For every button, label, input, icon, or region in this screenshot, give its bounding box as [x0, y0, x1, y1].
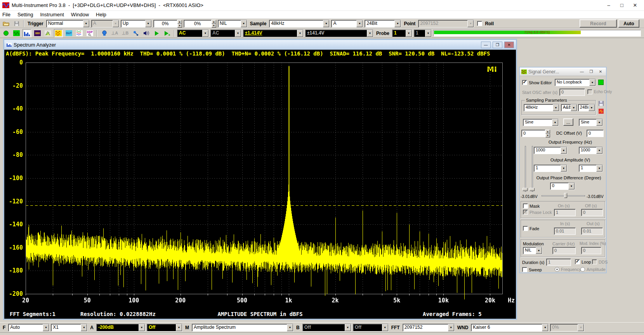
menu-setting[interactable]: Setting — [17, 12, 33, 17]
chevron-down-icon[interactable]: ▼ — [448, 324, 454, 331]
signal-generator-titlebar[interactable]: Signal Gener... — ❐ ✕ — [520, 68, 606, 76]
balance-slider[interactable] — [542, 193, 585, 199]
mask-checkbox[interactable]: Mask — [523, 203, 540, 208]
spin-up-icon[interactable]: ▲ — [212, 20, 216, 24]
gen-rate-combo[interactable]: 48kHz▼ — [524, 104, 559, 111]
spectrum-minimize-button[interactable]: — — [481, 42, 491, 48]
save-panel-setting-icon[interactable] — [12, 19, 21, 28]
chevron-down-icon[interactable]: ▼ — [43, 324, 49, 331]
display-mode-combo[interactable]: Amplitude Spectrum▼ — [192, 324, 293, 332]
chevron-down-icon[interactable]: ▼ — [552, 119, 558, 126]
chevron-down-icon[interactable]: ▼ — [589, 79, 595, 86]
zoom-factor-combo[interactable]: X1▼ — [51, 324, 87, 332]
chevron-down-icon[interactable]: ▼ — [202, 30, 208, 37]
derived-data-curve-icon[interactable] — [75, 29, 84, 37]
menu-file[interactable]: File — [2, 12, 10, 17]
chevron-down-icon[interactable]: ▼ — [297, 30, 303, 37]
modulation-type-combo[interactable]: NIL▼ — [523, 247, 542, 254]
oscilloscope-icon[interactable] — [12, 29, 21, 37]
gen-bits-combo[interactable]: 24Bit▼ — [578, 104, 595, 111]
spin-down-icon[interactable]: ▼ — [177, 24, 182, 28]
frequency-a-combo[interactable]: 1000▼ — [534, 147, 567, 154]
sampling-rate-combo[interactable]: 48kHz▼ — [269, 20, 330, 28]
coupling-a-combo[interactable]: AC▼ — [177, 30, 209, 37]
amplitude-a-combo[interactable]: 1▼ — [534, 165, 567, 172]
input-device-icon[interactable] — [100, 29, 109, 37]
chevron-down-icon[interactable]: ▼ — [81, 324, 87, 331]
waveform-a-combo[interactable]: Sine▼ — [523, 119, 559, 126]
chevron-down-icon[interactable]: ▼ — [561, 147, 567, 154]
roll-checkbox[interactable]: Roll — [477, 21, 495, 26]
trigger-hpf-combo[interactable]: NIL▼ — [218, 20, 247, 28]
spectrum-plot[interactable] — [4, 58, 516, 310]
spectrum-analyzer-icon[interactable] — [23, 29, 31, 37]
spectrum-restore-button[interactable]: ❐ — [493, 42, 502, 48]
auto-button[interactable]: Auto — [618, 19, 639, 28]
chevron-down-icon[interactable]: ▼ — [139, 324, 145, 331]
frequency-range-combo[interactable]: Auto▼ — [8, 324, 49, 332]
close-button[interactable]: ✕ — [628, 1, 642, 10]
slider-thumb[interactable] — [522, 188, 528, 191]
siggen-minimize-button[interactable]: — — [578, 69, 586, 75]
spectrum-close-button[interactable]: ✕ — [504, 42, 514, 48]
ddp-viewer-icon[interactable]: DDP — [85, 29, 94, 37]
chevron-down-icon[interactable]: ▼ — [596, 147, 602, 154]
chevron-down-icon[interactable]: ▼ — [323, 20, 329, 27]
roll-checkbox-box[interactable] — [477, 21, 482, 26]
chevron-down-icon[interactable]: ▼ — [176, 324, 182, 331]
output-enable-button[interactable] — [598, 80, 604, 85]
amplitude-slider-a[interactable] — [522, 146, 528, 192]
trigger-level-input[interactable]: 0% — [153, 20, 177, 28]
speaker-icon[interactable] — [142, 29, 151, 37]
gen-channels-combo[interactable]: A&B▼ — [561, 104, 577, 111]
maximize-button[interactable]: □ — [615, 1, 628, 10]
probe-calibration-icon[interactable] — [131, 29, 140, 37]
spin-down-icon[interactable]: ▼ — [212, 24, 216, 28]
chevron-down-icon[interactable]: ▼ — [83, 20, 89, 27]
chevron-down-icon[interactable]: ▼ — [542, 324, 548, 331]
a-range-combo[interactable]: -200dB▼ — [96, 324, 145, 332]
chevron-down-icon[interactable]: ▼ — [588, 104, 595, 111]
menu-instrument[interactable]: Instrument — [40, 12, 64, 17]
dc-offset-a-input[interactable]: 0 — [521, 130, 545, 137]
window-function-combo[interactable]: Kaiser 6▼ — [471, 324, 549, 332]
dc-offset-b-input[interactable]: 0 — [587, 130, 604, 137]
chevron-down-icon[interactable]: ▼ — [571, 104, 577, 111]
chevron-down-icon[interactable]: ▼ — [596, 165, 602, 172]
chevron-down-icon[interactable]: ▼ — [241, 20, 247, 27]
chevron-down-icon[interactable]: ▼ — [394, 20, 401, 27]
chevron-down-icon[interactable]: ▼ — [596, 119, 602, 126]
slider-thumb[interactable] — [529, 188, 535, 191]
sweep-checkbox[interactable]: Sweep — [522, 267, 542, 272]
amplitude-b-combo[interactable]: 1▼ — [579, 165, 603, 172]
save-signal-icon[interactable] — [597, 100, 604, 106]
show-editor-checkbox[interactable]: Show Editor — [522, 80, 552, 85]
dds-hardware-icon[interactable] — [597, 108, 604, 114]
chevron-down-icon[interactable]: ▼ — [145, 20, 151, 27]
chevron-down-icon[interactable]: ▼ — [553, 104, 559, 111]
menu-window[interactable]: Window — [71, 12, 89, 17]
chevron-down-icon[interactable]: ▼ — [356, 20, 363, 27]
trigger-mode-combo[interactable]: Normal▼ — [46, 20, 90, 28]
bit-depth-combo[interactable]: 24Bit▼ — [365, 20, 401, 28]
chevron-down-icon[interactable]: ▼ — [561, 165, 567, 172]
loop-checkbox[interactable]: Loop — [575, 259, 591, 264]
open-panel-setting-icon[interactable] — [2, 19, 10, 28]
fade-checkbox[interactable]: Fade — [523, 226, 539, 231]
run-loop-icon[interactable] — [163, 29, 172, 37]
sampling-channel-combo[interactable]: A▼ — [331, 20, 363, 28]
signal-generator-icon[interactable] — [54, 29, 63, 37]
multimeter-icon[interactable]: 888 — [33, 29, 42, 37]
amplitude-slider-b[interactable] — [529, 146, 535, 192]
spectrum-canvas[interactable] — [4, 58, 516, 310]
frequency-b-combo[interactable]: 1000▼ — [579, 147, 603, 154]
a-reference-combo[interactable]: Off▼ — [147, 324, 182, 332]
chevron-down-icon[interactable]: ▼ — [568, 183, 575, 189]
spin-up-icon[interactable]: ▲ — [177, 20, 182, 24]
probe-a-combo[interactable]: 1▼ — [392, 30, 412, 37]
fft-size-combo[interactable]: 2097152▼ — [403, 324, 455, 332]
chevron-down-icon[interactable]: ▼ — [406, 30, 412, 37]
slider-thumb[interactable] — [564, 193, 567, 198]
run-icon[interactable] — [152, 29, 161, 37]
minimize-button[interactable]: – — [602, 1, 615, 10]
